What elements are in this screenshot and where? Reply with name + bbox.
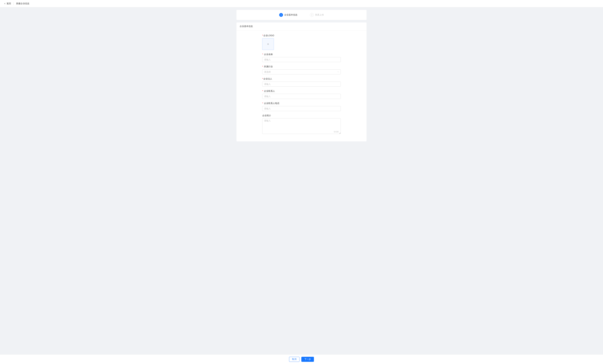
form-section-title: 企业基本信息	[236, 22, 367, 31]
step-number: 2	[310, 13, 314, 17]
field-intro: 企业简介 0/100	[262, 114, 341, 134]
contact-person-input[interactable]	[262, 94, 341, 99]
logo-upload[interactable]	[262, 38, 274, 50]
legal-person-input[interactable]	[262, 82, 341, 87]
step-qualification[interactable]: 2 资质上传	[310, 13, 324, 17]
page-header: 返回 新建企业信息	[0, 0, 603, 7]
contact-person-label: * 企业联系人	[262, 90, 341, 93]
company-name-input[interactable]	[262, 57, 341, 62]
contact-phone-label: * 企业联系人电话	[262, 102, 341, 105]
form-card: 企业基本信息 *企业LOGO * 企业名称 * 所属行业	[236, 22, 367, 141]
back-button[interactable]: 返回	[4, 2, 14, 5]
company-name-label: * 企业名称	[262, 53, 341, 56]
step-label: 资质上传	[315, 13, 324, 16]
industry-select[interactable]	[262, 69, 341, 74]
plus-icon	[267, 43, 269, 45]
field-company-name: * 企业名称	[262, 53, 341, 62]
step-label: 企业基本信息	[284, 13, 297, 16]
intro-label: 企业简介	[262, 114, 341, 117]
back-label: 返回	[7, 2, 11, 5]
contact-phone-input[interactable]	[262, 106, 341, 111]
page-title: 新建企业信息	[16, 2, 29, 5]
step-basic-info[interactable]: 1 企业基本信息	[279, 13, 297, 17]
field-contact-phone: * 企业联系人电话	[262, 102, 341, 111]
steps-container: 1 企业基本信息 2 资质上传	[236, 10, 367, 20]
field-logo: *企业LOGO	[262, 34, 341, 50]
field-legal-person: *企业法人	[262, 77, 341, 87]
field-industry: * 所属行业	[262, 65, 341, 74]
step-number: 1	[279, 13, 283, 17]
industry-label: * 所属行业	[262, 65, 341, 68]
field-contact-person: * 企业联系人	[262, 90, 341, 99]
logo-label: *企业LOGO	[262, 34, 341, 37]
chevron-left-icon	[4, 2, 6, 5]
intro-textarea[interactable]	[262, 118, 341, 134]
legal-person-label: *企业法人	[262, 77, 341, 80]
